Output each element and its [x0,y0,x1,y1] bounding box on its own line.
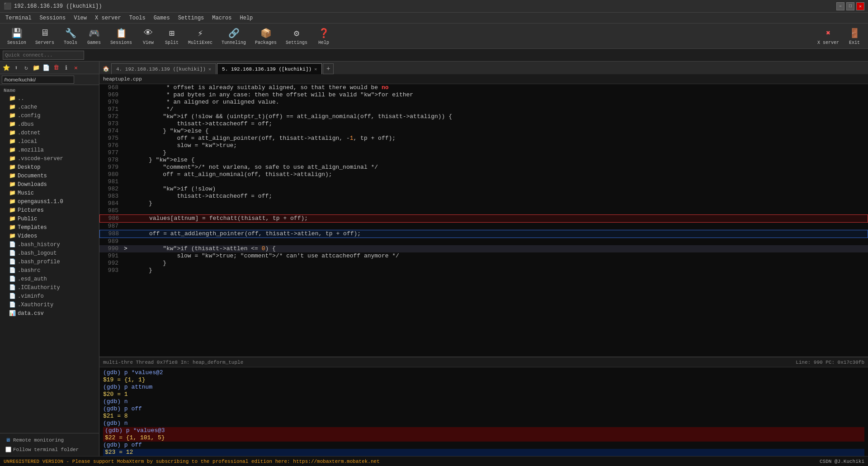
toolbar-sessions[interactable]: 📋 Sessions [107,25,136,47]
title-bar-controls[interactable]: – □ ✕ [836,2,864,10]
toolbar-multiexec[interactable]: ⚡ MultiExec [184,25,216,47]
sidebar-close-btn[interactable]: ✕ [71,63,80,72]
tree-item-cache[interactable]: 📁.cache [0,103,99,111]
menu-games[interactable]: Games [150,14,174,22]
tree-item-bash_profile[interactable]: 📄.bash_profile [0,257,99,266]
code-line-988: 988 off = att_addlength_pointer(off, thi… [99,230,868,238]
line-number: 982 [99,185,122,193]
toolbar-servers[interactable]: 🖥 Servers [32,25,58,47]
tree-item-vscode-server[interactable]: 📁.vscode-server [0,154,99,163]
toolbar-packages[interactable]: 📦 Packages [251,25,280,47]
add-tab-button[interactable]: + [323,63,334,74]
tree-item-[interactable]: 📁.. [0,94,99,103]
toolbar-exit[interactable]: 🚪 Exit [844,25,864,47]
minimize-button[interactable]: – [836,2,844,10]
tree-item-bash_history[interactable]: 📄.bash_history [0,240,99,249]
close-button[interactable]: ✕ [856,2,864,10]
sidebar-new-file-btn[interactable]: 📄 [42,63,51,72]
sidebar-delete-btn[interactable]: 🗑 [52,63,61,72]
tree-item-ICEauthority[interactable]: 📄.ICEauthority [0,283,99,292]
code-content[interactable]: 968 * offset is already suitably aligned… [99,84,868,357]
tree-item-name: .bash_logout [18,250,57,257]
tree-item-Desktop[interactable]: 📁Desktop [0,163,99,171]
tree-item-Pictures[interactable]: 📁Pictures [0,206,99,214]
toolbar-help[interactable]: ❓ Help [313,25,335,47]
debug-status-right: Line: 990 PC: 0x17c30fb [796,360,864,365]
tree-item-bash_logout[interactable]: 📄.bash_logout [0,249,99,257]
title-bar-left: ⬛ 192.168.136.139 ([kuchiki]) [4,2,102,10]
tab-5[interactable]: 5. 192.168.136.139 ([kuchiki]) ✕ [217,63,322,74]
maximize-button[interactable]: □ [846,2,854,10]
tree-item-Public[interactable]: 📁Public [0,214,99,223]
tab-4-close[interactable]: ✕ [208,67,211,72]
menu-bar: Terminal Sessions View X server Tools Ga… [0,13,868,24]
debug-content[interactable]: (gdb) p *values@2$19 = {1, 1}(gdb) p att… [99,367,868,456]
tree-item-Templates[interactable]: 📁Templates [0,223,99,232]
tree-item-name: Videos [18,233,37,239]
toolbar-tools-label: Tools [64,40,77,45]
sidebar-home-btn[interactable]: ⭐ [2,63,11,72]
tree-item-Downloads[interactable]: 📁Downloads [0,180,99,189]
folder-icon: 📁 [9,147,16,153]
tab-4[interactable]: 4. 192.168.136.139 ([kuchiki]) ✕ [111,63,216,74]
line-number: 985 [99,207,122,214]
tree-item-name: .dbus [18,121,34,128]
sidebar-up-btn[interactable]: ⬆ [12,63,21,72]
toolbar-games[interactable]: 🎮 Games [83,25,105,47]
menu-macros[interactable]: Macros [208,14,235,22]
toolbar-tools[interactable]: 🔧 Tools [60,25,81,47]
code-line-971: 971 */ [99,106,868,113]
tree-item-name: data.csv [18,310,44,317]
path-input[interactable] [2,76,74,84]
tree-item-config[interactable]: 📁.config [0,111,99,120]
tree-item-datacsv[interactable]: 📊data.csv [0,309,99,318]
tab-5-close[interactable]: ✕ [314,67,317,72]
tab-bar: 🏠 4. 192.168.136.139 ([kuchiki]) ✕ 5. 19… [99,62,868,74]
menu-sessions[interactable]: Sessions [36,14,70,22]
settings-icon: ⚙ [290,27,303,39]
multiexec-icon: ⚡ [194,27,207,39]
tree-item-dotnet[interactable]: 📁.dotnet [0,128,99,137]
code-line-970: 970 * an aligned or unaligned value. [99,99,868,106]
menu-settings[interactable]: Settings [175,14,208,22]
menu-tools[interactable]: Tools [126,14,149,22]
menu-xserver[interactable]: X server [91,14,125,22]
tree-item-dbus[interactable]: 📁.dbus [0,120,99,128]
tree-item-name: .dotnet [18,130,40,136]
code-line-981: 981 [99,178,868,185]
sidebar-refresh-btn[interactable]: ↻ [22,63,31,72]
tree-item-viminfo[interactable]: 📄.viminfo [0,292,99,300]
follow-terminal-checkbox[interactable] [5,447,11,452]
tree-item-local[interactable]: 📁.local [0,137,99,146]
folder-icon: 📁 [9,233,16,239]
tree-item-Xauthority[interactable]: 📄.Xauthority [0,300,99,309]
folder-icon: 📁 [9,172,16,179]
toolbar-view[interactable]: 👁 View [137,25,159,47]
tree-item-Videos[interactable]: 📁Videos [0,232,99,240]
sidebar-folder-btn[interactable]: 📁 [32,63,41,72]
toolbar-split[interactable]: ⊞ Split [161,25,183,47]
menu-terminal[interactable]: Terminal [2,14,35,22]
toolbar-session[interactable]: 💾 Session [4,25,30,47]
home-tab-icon[interactable]: 🏠 [101,63,110,74]
menu-view[interactable]: View [70,14,90,22]
tree-item-Music[interactable]: 📁Music [0,189,99,197]
toolbar-multiexec-label: MultiExec [188,40,212,45]
tree-item-opengauss110[interactable]: 📁opengauss1.1.0 [0,197,99,206]
toolbar-tunneling[interactable]: 🔗 Tunneling [218,25,250,47]
tree-item-name: opengauss1.1.0 [18,199,63,205]
quick-connect-input[interactable] [3,51,84,60]
sidebar-info-btn[interactable]: ℹ [61,63,71,72]
toolbar-settings[interactable]: ⚙ Settings [282,25,311,47]
tree-item-bashrc[interactable]: 📄.bashrc [0,266,99,275]
menu-help[interactable]: Help [236,14,257,22]
code-line-969: 969 * pad bytes in any case: then the of… [99,91,868,99]
tab-4-label: 4. 192.168.136.139 ([kuchiki]) [116,67,206,72]
tree-item-name: .Xauthority [18,302,53,308]
tree-item-mozilla[interactable]: 📁.mozilla [0,146,99,154]
toolbar-xserver[interactable]: ✖ X server [814,25,843,47]
tree-item-esd_auth[interactable]: 📄.esd_auth [0,275,99,283]
remote-monitoring-btn[interactable]: 🖥 Remote monitoring [4,435,95,445]
tree-item-Documents[interactable]: 📁Documents [0,171,99,180]
code-filename: heaptuple.cpp [103,76,142,82]
